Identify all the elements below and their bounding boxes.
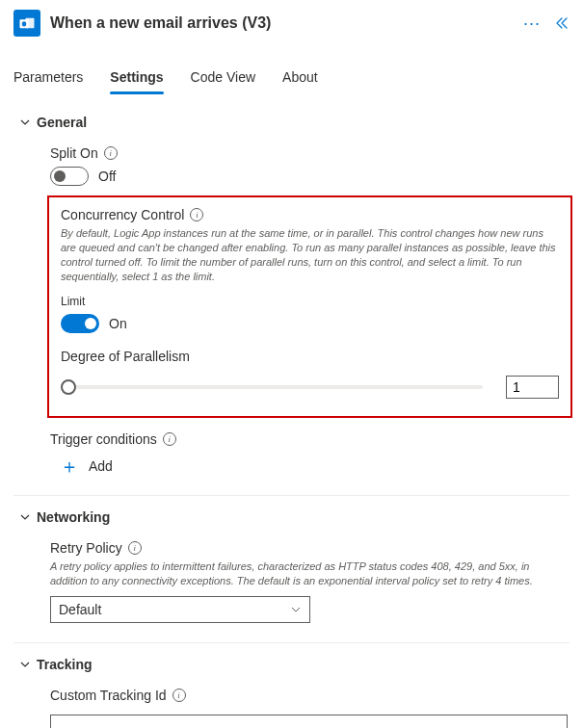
- concurrency-label: Concurrency Control: [61, 207, 184, 222]
- chevron-down-icon: [19, 117, 31, 128]
- limit-state: On: [109, 316, 127, 331]
- chevron-down-icon: [19, 659, 31, 670]
- limit-label: Limit: [61, 295, 559, 308]
- section-general-toggle[interactable]: General: [13, 113, 570, 132]
- section-networking-heading: Networking: [37, 509, 110, 525]
- degree-label: Degree of Parallelism: [61, 349, 559, 364]
- collapse-icon[interactable]: [554, 15, 570, 31]
- info-icon[interactable]: i: [163, 432, 176, 446]
- section-tracking-heading: Tracking: [37, 657, 93, 672]
- retry-policy-label: Retry Policy: [50, 540, 122, 556]
- custom-tracking-label: Custom Tracking Id: [50, 688, 167, 703]
- spliton-label: Split On: [50, 145, 98, 161]
- info-icon[interactable]: i: [190, 208, 203, 221]
- outlook-icon: [13, 10, 40, 37]
- svg-point-2: [22, 21, 27, 26]
- custom-tracking-input[interactable]: [50, 715, 568, 728]
- plus-icon: ＋: [60, 456, 79, 476]
- more-icon[interactable]: ···: [523, 14, 541, 32]
- add-label: Add: [89, 458, 113, 474]
- spliton-state: Off: [98, 169, 116, 184]
- section-general-heading: General: [37, 115, 87, 130]
- trigger-conditions-label: Trigger conditions: [50, 431, 157, 447]
- tab-settings[interactable]: Settings: [110, 64, 163, 94]
- limit-toggle[interactable]: [61, 314, 99, 333]
- section-networking-toggle[interactable]: Networking: [13, 507, 570, 527]
- concurrency-highlight: Concurrency Control i By default, Logic …: [47, 195, 572, 418]
- info-icon[interactable]: i: [128, 541, 142, 555]
- tab-parameters[interactable]: Parameters: [13, 64, 83, 94]
- add-trigger-condition-button[interactable]: ＋ Add: [60, 456, 570, 476]
- tab-about[interactable]: About: [282, 64, 318, 94]
- spliton-toggle[interactable]: [50, 167, 89, 186]
- retry-policy-value: Default: [59, 602, 101, 617]
- panel-title: When a new email arrives (V3): [50, 14, 523, 32]
- info-icon[interactable]: i: [104, 146, 118, 160]
- parallelism-slider[interactable]: [61, 377, 483, 397]
- chevron-down-icon: [19, 511, 31, 523]
- retry-description: A retry policy applies to intermittent f…: [50, 559, 570, 588]
- chevron-down-icon: [290, 604, 302, 615]
- concurrency-description: By default, Logic App instances run at t…: [61, 226, 559, 283]
- retry-policy-select[interactable]: Default: [50, 596, 310, 623]
- tabs: Parameters Settings Code View About: [0, 64, 583, 95]
- section-tracking-toggle[interactable]: Tracking: [13, 655, 570, 674]
- info-icon[interactable]: i: [172, 689, 186, 702]
- tab-code-view[interactable]: Code View: [191, 64, 255, 94]
- parallelism-input[interactable]: [506, 376, 559, 399]
